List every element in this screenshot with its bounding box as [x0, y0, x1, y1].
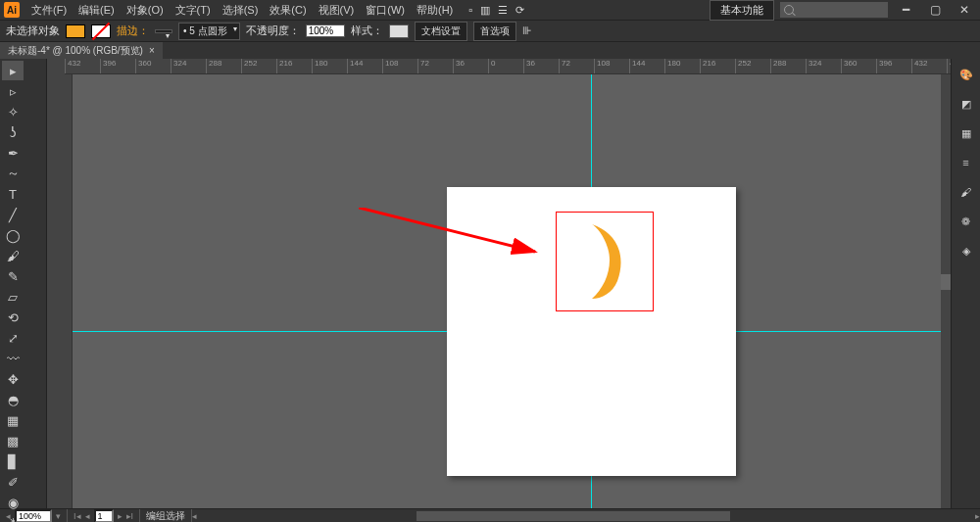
brushes-panel-icon[interactable]: 🖌: [956, 182, 976, 202]
zoom-dropdown-icon[interactable]: ▾: [56, 511, 61, 521]
scale-tool[interactable]: ⤢: [2, 328, 24, 348]
swatches-panel-icon[interactable]: ▦: [956, 123, 976, 143]
zoom-out-icon[interactable]: ◂: [6, 511, 11, 521]
vertical-scrollbar-thumb[interactable]: [941, 274, 951, 290]
workspace-switcher[interactable]: 基本功能: [710, 0, 774, 21]
main-area: ▸ ▹ ✧ ʖ ✒ ～ T ╱ ◯ 🖌 ✎ ▱ ⟲ ⤢ 〰 ✥ ◓ ▦ ▩ ▊ …: [0, 59, 980, 508]
first-artboard-icon[interactable]: I◂: [74, 511, 81, 521]
close-tab-icon[interactable]: ×: [149, 45, 155, 56]
menu-view[interactable]: 视图(V): [313, 3, 361, 18]
minimize-button[interactable]: ━: [894, 2, 917, 18]
svg-line-0: [359, 208, 535, 252]
stroke-weight-dropdown[interactable]: [155, 29, 172, 33]
magic-wand-tool[interactable]: ✧: [2, 102, 24, 121]
eraser-tool[interactable]: ▱: [2, 287, 24, 307]
horizontal-scrollbar-thumb[interactable]: [416, 511, 730, 521]
menu-bar-icons: ▫ ▥ ☰ ⟳: [468, 4, 524, 17]
grid-icon[interactable]: ▥: [480, 4, 490, 17]
stroke-style-dropdown[interactable]: • 5 点圆形: [178, 23, 240, 40]
status-mode-label: 编组选择: [146, 509, 185, 523]
artboard-number-input[interactable]: [94, 509, 114, 523]
control-bar: 未选择对象 描边： • 5 点圆形 不透明度： 样式： 文档设置 首选项 ⊪: [0, 20, 980, 41]
vertical-scrollbar[interactable]: [941, 74, 951, 508]
align-icon[interactable]: ⊪: [522, 24, 532, 37]
lasso-tool[interactable]: ʖ: [2, 122, 24, 142]
menu-object[interactable]: 对象(O): [121, 3, 170, 18]
menu-select[interactable]: 选择(S): [217, 3, 265, 18]
opacity-label: 不透明度：: [246, 24, 300, 38]
selection-tool[interactable]: ▸: [2, 61, 24, 80]
selection-status: 未选择对象: [6, 24, 60, 38]
color-panel-icon[interactable]: 🎨: [956, 65, 976, 84]
rotate-tool[interactable]: ⟲: [2, 308, 24, 327]
menu-file[interactable]: 文件(F): [25, 3, 73, 18]
stroke-color-swatch[interactable]: [91, 24, 111, 38]
pen-tool[interactable]: ✒: [2, 143, 24, 163]
paintbrush-tool[interactable]: 🖌: [2, 246, 24, 265]
graphic-style-swatch[interactable]: [389, 24, 409, 38]
right-panel-dock: 🎨 ◩ ▦ ≡ 🖌 ❁ ◈: [951, 59, 980, 508]
direct-selection-tool[interactable]: ▹: [2, 81, 24, 101]
document-tab-title: 未标题-4* @ 100% (RGB/预览): [8, 44, 143, 58]
zoom-level-input[interactable]: [15, 509, 52, 523]
layers-panel-icon[interactable]: ◈: [956, 241, 976, 261]
selection-highlight-box: [556, 212, 654, 311]
style-label: 样式：: [351, 24, 383, 38]
eyedropper-tool[interactable]: ✐: [2, 472, 24, 492]
type-tool[interactable]: T: [2, 184, 24, 204]
free-transform-tool[interactable]: ✥: [2, 369, 24, 389]
menu-bar: Ai 文件(F) 编辑(E) 对象(O) 文字(T) 选择(S) 效果(C) 视…: [0, 0, 980, 20]
arrange-icon[interactable]: ☰: [498, 4, 508, 17]
opacity-input[interactable]: [306, 24, 345, 37]
mesh-tool[interactable]: ▩: [2, 431, 24, 451]
gradient-tool[interactable]: ▊: [2, 451, 24, 471]
search-icon: [784, 5, 794, 15]
maximize-button[interactable]: ▢: [923, 2, 947, 18]
next-artboard-icon[interactable]: ▸: [118, 511, 122, 521]
search-input[interactable]: [780, 2, 888, 18]
horizontal-scrollbar[interactable]: [201, 511, 971, 521]
width-tool[interactable]: 〰: [2, 349, 24, 368]
stroke-label: 描边：: [117, 24, 149, 38]
fill-color-swatch[interactable]: [66, 24, 85, 38]
menu-help[interactable]: 帮助(H): [411, 3, 459, 18]
status-bar: ◂ ▾ I◂ ◂ ▸ ▸I 编组选择 ◂ ▸: [0, 508, 980, 522]
vertical-ruler: [65, 74, 73, 508]
annotation-arrow: [359, 208, 564, 266]
close-button[interactable]: ✕: [953, 2, 976, 18]
line-tool[interactable]: ╱: [2, 205, 24, 224]
ellipse-tool[interactable]: ◯: [2, 225, 24, 245]
extra-icon[interactable]: ⟳: [515, 4, 524, 17]
last-artboard-icon[interactable]: ▸I: [126, 511, 134, 521]
symbols-panel-icon[interactable]: ❁: [956, 212, 976, 231]
curvature-tool[interactable]: ～: [2, 164, 24, 183]
menu-window[interactable]: 窗口(W): [360, 3, 411, 18]
menu-effect[interactable]: 效果(C): [264, 3, 312, 18]
pencil-tool[interactable]: ✎: [2, 266, 24, 286]
canvas[interactable]: 4323963603242882522161801441087236036721…: [65, 59, 951, 508]
shape-builder-tool[interactable]: ◓: [2, 390, 24, 409]
layout-icon[interactable]: ▫: [468, 4, 472, 17]
color-guide-panel-icon[interactable]: ◩: [956, 94, 976, 114]
app-logo: Ai: [4, 2, 20, 18]
horizontal-ruler: 4323963603242882522161801441087236036721…: [65, 59, 951, 74]
document-setup-button[interactable]: 文档设置: [415, 22, 467, 41]
menu-type[interactable]: 文字(T): [170, 3, 217, 18]
crescent-moon-shape[interactable]: [586, 224, 627, 299]
preferences-button[interactable]: 首选项: [473, 22, 516, 41]
scroll-left-icon[interactable]: ◂: [192, 511, 197, 521]
toolbox: ▸ ▹ ✧ ʖ ✒ ～ T ╱ ◯ 🖌 ✎ ▱ ⟲ ⤢ 〰 ✥ ◓ ▦ ▩ ▊ …: [0, 59, 47, 508]
document-tab[interactable]: 未标题-4* @ 100% (RGB/预览) ×: [0, 42, 163, 60]
document-tab-bar: 未标题-4* @ 100% (RGB/预览) ×: [0, 41, 980, 59]
perspective-tool[interactable]: ▦: [2, 410, 24, 430]
left-gutter: [47, 59, 65, 508]
stroke-panel-icon[interactable]: ≡: [956, 153, 976, 172]
menu-edit[interactable]: 编辑(E): [73, 3, 121, 18]
prev-artboard-icon[interactable]: ◂: [85, 511, 90, 521]
scroll-right-icon[interactable]: ▸: [975, 511, 980, 521]
